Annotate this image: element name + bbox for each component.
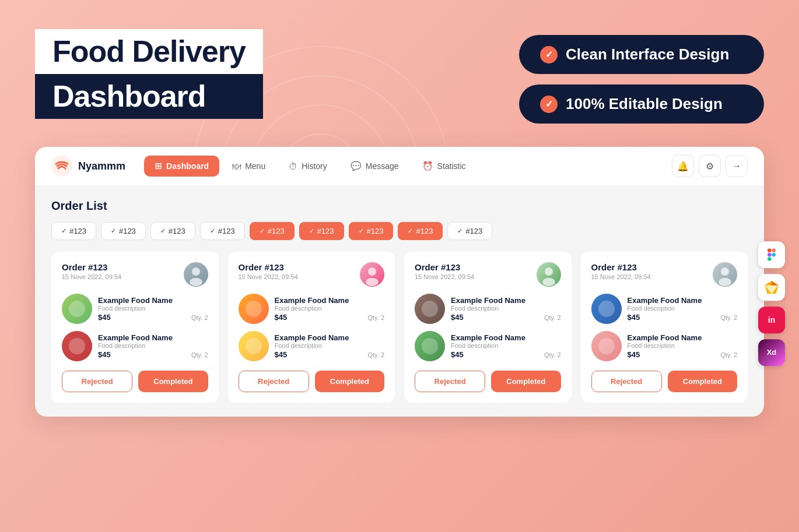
order-header-0: Order #12315 Nove 2022, 09:54 — [62, 262, 208, 287]
hero-title-line2: Dashboard — [35, 74, 263, 119]
check-icon: ✓ — [457, 227, 462, 235]
action-buttons-0: RejectedCompleted — [62, 371, 208, 392]
btn-completed-0[interactable]: Completed — [138, 371, 208, 392]
filter-tag-7[interactable]: ✓ #123 — [398, 222, 443, 240]
filter-tag-8[interactable]: ✓ #123 — [447, 222, 492, 240]
svg-point-24 — [422, 301, 438, 317]
hero-badge-1-text: Clean Interface Design — [566, 45, 729, 64]
food-image-0-1 — [62, 331, 92, 361]
food-price-qty-0-0: $45Qty. 2 — [98, 313, 208, 322]
food-qty-0-1: Qty. 2 — [191, 351, 208, 358]
message-icon: 💬 — [351, 161, 362, 171]
food-desc-2-0: Food description — [451, 305, 561, 312]
nav-history[interactable]: ⏱ History — [278, 156, 338, 177]
food-image-3-1 — [591, 331, 622, 361]
food-price-0-1: $45 — [98, 350, 111, 359]
food-price-qty-1-0: $45Qty. 2 — [275, 313, 385, 322]
svg-point-17 — [246, 301, 262, 317]
nav-dashboard[interactable]: ⊞ Dashboard — [144, 156, 219, 177]
food-price-qty-0-1: $45Qty. 2 — [98, 350, 208, 359]
nav-message[interactable]: 💬 Message — [340, 156, 409, 177]
food-name-2-1: Example Food Name — [451, 333, 561, 342]
xd-tool[interactable]: Xd — [758, 339, 785, 366]
filter-tag-4[interactable]: ✓ #123 — [250, 222, 295, 240]
btn-rejected-2[interactable]: Rejected — [415, 371, 485, 392]
settings-button[interactable]: ⚙ — [699, 155, 721, 177]
nav-menu[interactable]: 🍽 Menu — [222, 156, 276, 177]
food-item-1-0: Example Food NameFood description$45Qty.… — [239, 294, 385, 324]
hero-title-line1: Food Delivery — [35, 29, 263, 74]
nav-statistic[interactable]: ⏰ Statistic — [412, 156, 476, 177]
food-image-2-1 — [415, 331, 445, 361]
section-title: Order List — [51, 199, 748, 213]
food-item-3-0: Example Food NameFood description$45Qty.… — [591, 294, 738, 324]
food-info-0-0: Example Food NameFood description$45Qty.… — [98, 296, 208, 322]
food-desc-1-1: Food description — [275, 342, 385, 349]
btn-rejected-1[interactable]: Rejected — [239, 371, 309, 392]
order-header-3: Order #12315 Nove 2022, 09:54 — [591, 262, 738, 287]
action-buttons-1: RejectedCompleted — [239, 371, 385, 392]
filter-tag-5[interactable]: ✓ #123 — [299, 222, 344, 240]
order-header-2: Order #12315 Nove 2022, 09:54 — [415, 262, 561, 287]
food-info-1-0: Example Food NameFood description$45Qty.… — [275, 296, 385, 322]
food-info-1-1: Example Food NameFood description$45Qty.… — [275, 333, 385, 359]
svg-point-38 — [772, 252, 776, 256]
svg-point-10 — [69, 301, 85, 317]
filter-tag-6[interactable]: ✓ #123 — [349, 222, 394, 240]
svg-point-21 — [545, 267, 553, 276]
filter-tag-2[interactable]: ✓ #123 — [150, 222, 195, 240]
food-price-3-0: $45 — [628, 313, 640, 322]
food-info-2-0: Example Food NameFood description$45Qty.… — [451, 296, 561, 322]
action-buttons-2: RejectedCompleted — [415, 371, 561, 392]
btn-completed-3[interactable]: Completed — [668, 371, 737, 392]
order-avatar-2 — [537, 262, 561, 287]
svg-point-31 — [598, 301, 615, 317]
svg-point-14 — [368, 267, 376, 276]
food-qty-2-0: Qty. 2 — [544, 314, 561, 321]
svg-point-26 — [422, 338, 438, 354]
order-header-1: Order #12315 Nove 2022, 09:54 — [239, 262, 385, 287]
filter-tag-1[interactable]: ✓ #123 — [101, 222, 146, 240]
check-icon: ✓ — [359, 227, 364, 235]
check-icon-1: ✓ — [540, 46, 558, 64]
food-image-2-0 — [415, 294, 445, 324]
logout-icon: → — [732, 161, 741, 171]
logout-button[interactable]: → — [726, 155, 748, 177]
btn-rejected-0[interactable]: Rejected — [62, 371, 132, 392]
food-price-qty-3-1: $45Qty. 2 — [628, 350, 738, 359]
svg-rect-37 — [768, 257, 772, 261]
food-item-0-0: Example Food NameFood description$45Qty.… — [62, 294, 208, 324]
statistic-icon: ⏰ — [422, 161, 433, 171]
svg-rect-35 — [772, 248, 776, 252]
notification-button[interactable]: 🔔 — [672, 155, 694, 177]
svg-point-12 — [69, 338, 85, 354]
food-name-1-1: Example Food Name — [275, 333, 385, 342]
btn-completed-2[interactable]: Completed — [491, 371, 560, 392]
svg-point-22 — [542, 278, 555, 286]
food-price-qty-2-1: $45Qty. 2 — [451, 350, 561, 359]
svg-point-8 — [190, 278, 202, 286]
filter-tag-0[interactable]: ✓ #123 — [51, 222, 96, 240]
food-price-qty-1-1: $45Qty. 2 — [275, 350, 385, 359]
food-desc-0-0: Food description — [98, 305, 208, 312]
order-date-0: 15 Nove 2022, 09:54 — [62, 273, 121, 280]
filter-tag-3[interactable]: ✓ #123 — [200, 222, 245, 240]
btn-completed-1[interactable]: Completed — [315, 371, 384, 392]
bell-icon: 🔔 — [677, 161, 689, 172]
food-image-0-0 — [62, 294, 92, 324]
navbar-right: 🔔 ⚙ → — [672, 155, 748, 177]
food-item-2-0: Example Food NameFood description$45Qty.… — [415, 294, 561, 324]
invision-tool[interactable]: in — [758, 306, 785, 333]
figma-tool[interactable] — [758, 241, 785, 268]
orders-grid: Order #12315 Nove 2022, 09:54 Example Fo… — [51, 252, 748, 403]
order-id-0: Order #123 — [62, 262, 121, 272]
order-card-1: Order #12315 Nove 2022, 09:54 Example Fo… — [228, 252, 395, 403]
nav-items: ⊞ Dashboard 🍽 Menu ⏱ History 💬 Message ⏰ — [144, 156, 667, 177]
check-icon: ✓ — [309, 227, 314, 235]
food-desc-3-0: Food description — [628, 305, 738, 312]
sketch-tool[interactable] — [758, 274, 785, 301]
btn-rejected-3[interactable]: Rejected — [591, 371, 662, 392]
check-icon: ✓ — [111, 227, 116, 235]
food-name-0-1: Example Food Name — [98, 333, 208, 342]
dashboard-card: Nyammm ⊞ Dashboard 🍽 Menu ⏱ History 💬 Me — [35, 147, 764, 417]
